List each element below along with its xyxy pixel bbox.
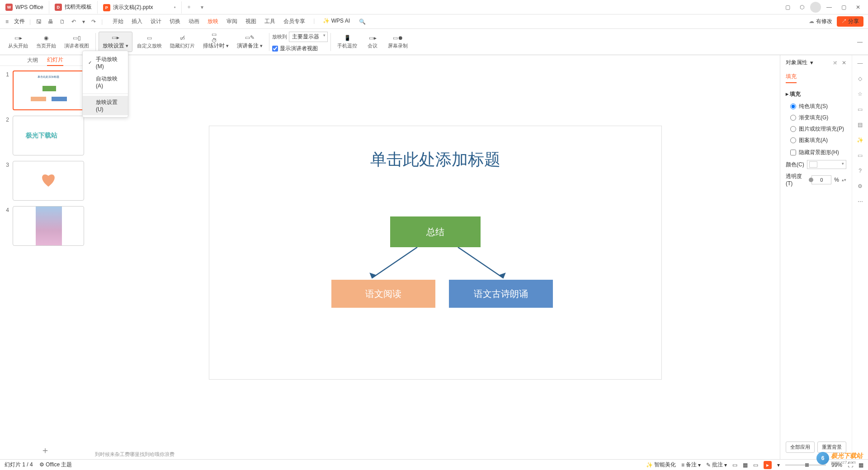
normal-view-icon[interactable]: ▭ [732, 462, 737, 468]
pin-icon[interactable]: ⤯ [833, 60, 837, 66]
color-picker[interactable] [807, 160, 846, 169]
tab-add[interactable]: ＋ [182, 3, 196, 11]
shape-tool-icon[interactable]: ◇ [856, 74, 865, 83]
thumbnail-1[interactable]: 单击此处添加标题 [13, 70, 84, 110]
redo-icon[interactable]: ↷ [90, 18, 97, 26]
close-button[interactable]: ✕ [852, 1, 864, 14]
menu-review[interactable]: 审阅 [226, 18, 237, 26]
stepper-icon[interactable]: ▴▾ [842, 178, 846, 182]
reset-bg-button[interactable]: 重置背景 [817, 442, 846, 453]
menu-design[interactable]: 设计 [151, 18, 161, 26]
hide-slide-button[interactable]: ▭̸隐藏幻灯片 [166, 33, 198, 51]
thumbnail-4[interactable] [13, 206, 84, 246]
play-settings-item[interactable]: 放映设置(U) [83, 96, 128, 115]
outline-tab[interactable]: 大纲 [27, 55, 38, 66]
search-icon[interactable]: 🔍 [358, 18, 367, 26]
opacity-input[interactable] [811, 175, 831, 184]
menu-start[interactable]: 开始 [113, 18, 123, 26]
pattern-fill-radio[interactable]: 图案填充(A) [790, 136, 846, 144]
close-panel-icon[interactable]: ✕ [842, 60, 846, 66]
fill-section[interactable]: ▸ 填充 [786, 90, 846, 98]
opacity-label: 透明度(T) [786, 173, 806, 187]
menu-member[interactable]: 会员专享 [283, 18, 305, 26]
menu-slideshow[interactable]: 放映 [208, 18, 218, 26]
picture-fill-radio[interactable]: 图片或纹理填充(P) [790, 125, 846, 133]
menu-view[interactable]: 视图 [245, 18, 256, 26]
presenter-icon: ▭▯ [72, 34, 81, 42]
slideshow-settings-button[interactable]: ▭▸放映设置 ▾ [99, 32, 132, 52]
box-summary[interactable]: 总结 [390, 216, 481, 247]
menu-icon[interactable]: ≡ [5, 18, 9, 26]
wps-ai[interactable]: ✨ WPS AI [323, 18, 350, 26]
box-poetry[interactable]: 语文古诗朗诵 [449, 280, 553, 308]
beautify-button[interactable]: ✨ 智能美化 [646, 461, 676, 469]
maximize-button[interactable]: ▢ [837, 1, 850, 14]
hide-bg-checkbox[interactable]: 隐藏背景图形(H) [790, 149, 846, 156]
puzzle-icon[interactable]: ⚙ [856, 182, 865, 191]
undo-icon[interactable]: ↶ [71, 18, 77, 26]
from-start-button[interactable]: ▭▸从头开始 [5, 33, 32, 51]
modified-status[interactable]: ☁ 有修改 [809, 18, 832, 25]
preview-icon[interactable]: 🗋 [59, 18, 66, 26]
layers-icon[interactable]: ▭ [856, 105, 865, 114]
menu-animation[interactable]: 动画 [189, 18, 199, 26]
custom-show-button[interactable]: ▭自定义放映 [133, 33, 165, 51]
share-button[interactable]: ↗ 分享 [837, 16, 863, 27]
star-icon[interactable]: ☆ [856, 89, 865, 99]
phone-icon: 📱 [343, 34, 352, 42]
phone-remote-button[interactable]: 📱手机遥控 [334, 33, 361, 51]
tab-home[interactable]: W WPS Office [0, 1, 49, 14]
tab-template[interactable]: D 找稻壳模板 [49, 1, 98, 14]
thumbnail-3[interactable] [13, 161, 84, 201]
solid-fill-radio[interactable]: 纯色填充(S) [790, 103, 846, 110]
manual-play-item[interactable]: ✓手动放映(M) [83, 53, 128, 72]
tab-document[interactable]: P 演示文稿(2).pptx • [98, 1, 182, 14]
presenter-view-button[interactable]: ▭▯演讲者视图 [61, 33, 93, 51]
auto-play-item[interactable]: 自动放映(A) [83, 72, 128, 92]
menu-transition[interactable]: 切换 [170, 18, 180, 26]
help-icon[interactable]: ? [856, 166, 865, 175]
book-icon[interactable]: ▭ [856, 151, 865, 160]
sorter-view-icon[interactable]: ▦ [743, 462, 748, 468]
print-icon[interactable]: 🖶 [47, 18, 54, 26]
tab-template-label: 找稻壳模板 [65, 3, 92, 11]
more-icon[interactable]: ⋯ [856, 197, 865, 206]
comments-toggle[interactable]: ✎ 批注 ▾ [706, 461, 727, 469]
slideshow-button[interactable]: ▸ [764, 461, 772, 469]
show-presenter-checkbox[interactable]: 显示演讲者视图 [272, 45, 318, 52]
monitor-select[interactable]: 主要显示器 [289, 32, 328, 42]
play-dropdown[interactable]: ▾ [777, 462, 780, 468]
menu-tools[interactable]: 工具 [264, 18, 275, 26]
slide-canvas[interactable]: 单击此处添加标题 总结 语文阅读 语文古诗朗诵 [209, 126, 661, 379]
slide-title[interactable]: 单击此处添加标题 [209, 149, 661, 171]
menu-insert[interactable]: 插入 [132, 18, 142, 26]
apply-all-button[interactable]: 全部应用 [786, 442, 815, 453]
notes-toggle[interactable]: ≡ 备注 ▾ [681, 461, 701, 469]
slides-tab[interactable]: 幻灯片 [47, 55, 63, 66]
undo-drop-icon[interactable]: ▾ [81, 18, 86, 26]
speaker-notes-button[interactable]: ▭✎演讲备注 ▾ [233, 32, 266, 52]
file-menu[interactable]: 文件 [14, 18, 25, 25]
rehearse-button[interactable]: ▭⏱排练计时 ▾ [199, 32, 232, 52]
save-icon[interactable]: 🖫 [35, 18, 42, 26]
add-slide-button[interactable]: ＋ [0, 441, 90, 459]
record-button[interactable]: ▭⏺屏幕录制 [384, 33, 411, 51]
reading-view-icon[interactable]: ▭ [753, 462, 758, 468]
fill-tab[interactable]: 填充 [786, 73, 797, 83]
panel-collapse-icon[interactable]: — [856, 59, 865, 68]
gradient-fill-radio[interactable]: 渐变填充(G) [790, 114, 846, 122]
assets-icon[interactable]: ▤ [856, 120, 865, 129]
box-reading[interactable]: 语文阅读 [331, 280, 435, 308]
avatar[interactable] [810, 2, 821, 13]
cube-icon[interactable]: ⬡ [796, 1, 808, 14]
layout-icon[interactable]: ▢ [781, 1, 794, 14]
meeting-button[interactable]: ▭▸会议 [362, 33, 383, 51]
ribbon-collapse-icon[interactable]: — [856, 38, 863, 46]
from-current-button[interactable]: ◉当页开始 [33, 33, 60, 51]
notes-area[interactable]: 到时候来杂工费哪里找到哈哦你浪费 [90, 450, 780, 459]
thumbnail-2[interactable]: 极光下载站 [13, 116, 84, 155]
minimize-button[interactable]: — [823, 1, 835, 14]
right-sidebar: — ◇ ☆ ▭ ▤ ✨ ▭ ? ⚙ ⋯ [852, 55, 868, 459]
tab-dropdown[interactable]: ▾ [196, 4, 208, 10]
sparkle-icon[interactable]: ✨ [856, 136, 865, 145]
